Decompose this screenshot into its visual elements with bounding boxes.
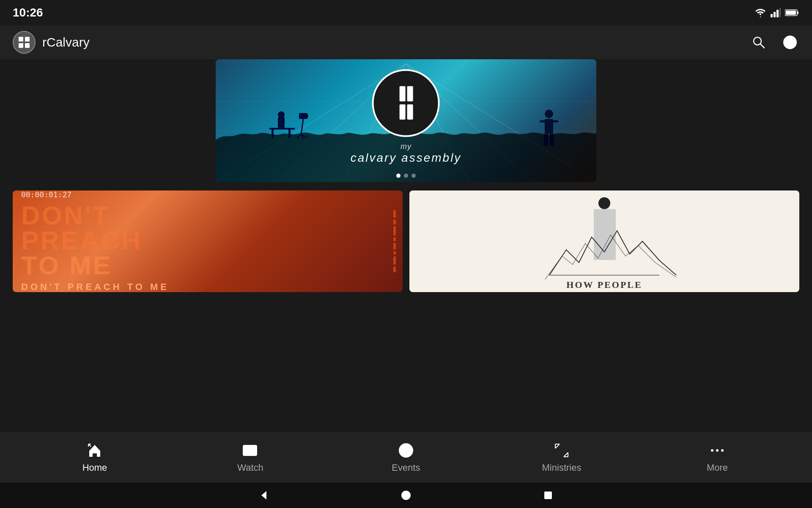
svg-rect-5 bbox=[797, 11, 798, 14]
svg-rect-40 bbox=[550, 134, 554, 146]
noise-bar-4 bbox=[393, 237, 396, 241]
noise-bar-5 bbox=[393, 243, 396, 250]
noise-bar-6 bbox=[393, 251, 396, 255]
app-bar-left: rCalvary bbox=[13, 31, 90, 54]
noise-bar-7 bbox=[393, 257, 396, 265]
hero-dot-2 bbox=[404, 174, 408, 178]
status-bar: 10:26 bbox=[0, 0, 812, 25]
svg-text:HOW PEOPLE: HOW PEOPLE bbox=[566, 279, 642, 290]
logo-icon bbox=[18, 36, 30, 49]
svg-rect-38 bbox=[552, 120, 558, 122]
svg-rect-37 bbox=[540, 120, 546, 122]
sermon-title-line1: DON'T bbox=[21, 203, 394, 228]
svg-line-12 bbox=[760, 44, 764, 48]
home-icon bbox=[85, 441, 104, 460]
svg-rect-46 bbox=[594, 209, 616, 260]
ministries-icon bbox=[552, 441, 571, 460]
nav-item-watch[interactable]: Watch bbox=[221, 441, 280, 473]
battery-icon bbox=[785, 9, 799, 17]
sermon-title-big: DON'T PREACH TO ME bbox=[21, 203, 394, 278]
wifi-icon bbox=[754, 8, 766, 17]
sermon-subtitle: DON'T PREACH TO ME bbox=[21, 282, 394, 292]
svg-point-35 bbox=[545, 110, 553, 118]
svg-rect-2 bbox=[776, 10, 779, 17]
nav-item-more[interactable]: More bbox=[688, 441, 747, 473]
howpeople-card[interactable]: HOW PEOPLE bbox=[409, 190, 799, 292]
main-content: my calvary assembly 00:00:01:27 DON'T PR… bbox=[0, 59, 812, 457]
musician-silhouette bbox=[532, 105, 566, 148]
svg-rect-0 bbox=[771, 14, 773, 17]
svg-rect-36 bbox=[545, 119, 553, 134]
noise-bars bbox=[393, 210, 396, 273]
signal-icon bbox=[771, 8, 781, 17]
svg-rect-26 bbox=[269, 128, 295, 130]
svg-rect-27 bbox=[272, 130, 274, 138]
events-label: Events bbox=[392, 462, 420, 473]
svg-rect-28 bbox=[288, 130, 291, 138]
hero-title-my: my bbox=[351, 142, 462, 151]
noise-bar-2 bbox=[393, 220, 396, 225]
noise-bar-3 bbox=[393, 226, 396, 236]
nav-item-events[interactable]: Events bbox=[376, 441, 436, 473]
home-button[interactable] bbox=[398, 488, 414, 503]
svg-rect-39 bbox=[544, 134, 548, 146]
more-label: More bbox=[707, 462, 728, 473]
nav-item-ministries[interactable]: Ministries bbox=[532, 441, 591, 473]
mountain-illustration: HOW PEOPLE bbox=[524, 190, 685, 292]
hero-title: my calvary assembly bbox=[351, 142, 462, 165]
hero-logo-wrap: my calvary assembly bbox=[351, 69, 462, 165]
profile-button[interactable] bbox=[781, 33, 799, 52]
svg-point-25 bbox=[278, 111, 285, 118]
more-icon bbox=[708, 441, 727, 460]
svg-rect-69 bbox=[544, 491, 552, 499]
svg-point-14 bbox=[788, 39, 792, 43]
app-title: rCalvary bbox=[42, 35, 90, 50]
sermon-timer: 00:00:01:27 bbox=[21, 190, 394, 199]
sermon-card[interactable]: 00:00:01:27 DON'T PREACH TO ME DON'T PRE… bbox=[13, 190, 403, 292]
hero-dots bbox=[396, 174, 416, 178]
svg-rect-8 bbox=[25, 37, 30, 41]
svg-point-64 bbox=[711, 449, 713, 452]
hero-banner[interactable]: my calvary assembly bbox=[216, 59, 596, 182]
nav-item-home[interactable]: Home bbox=[65, 441, 124, 473]
svg-rect-9 bbox=[19, 43, 23, 48]
hero-dot-3 bbox=[411, 174, 416, 178]
svg-point-68 bbox=[401, 491, 411, 500]
svg-rect-7 bbox=[19, 37, 23, 41]
svg-point-66 bbox=[721, 449, 724, 452]
svg-line-31 bbox=[301, 119, 303, 134]
app-bar-right bbox=[749, 33, 799, 52]
search-button[interactable] bbox=[749, 33, 768, 52]
svg-rect-24 bbox=[278, 117, 285, 128]
svg-line-32 bbox=[297, 134, 301, 138]
hero-logo-circle bbox=[372, 69, 440, 137]
events-icon bbox=[397, 441, 415, 460]
noise-bar-1 bbox=[393, 210, 396, 218]
bottom-nav: Home Watch Events bbox=[0, 432, 812, 483]
app-logo bbox=[13, 31, 36, 54]
hero-dot-1 bbox=[396, 174, 401, 178]
svg-point-45 bbox=[598, 197, 610, 209]
svg-rect-42 bbox=[407, 86, 413, 102]
hero-title-main: calvary assembly bbox=[351, 151, 462, 165]
svg-point-30 bbox=[305, 114, 308, 118]
card-grid: 00:00:01:27 DON'T PREACH TO ME DON'T PRE… bbox=[0, 182, 812, 292]
calvary-logo-icon bbox=[387, 84, 425, 122]
sermon-title-line3: TO ME bbox=[21, 253, 394, 278]
system-nav bbox=[0, 483, 812, 508]
sermon-card-overlay: 00:00:01:27 DON'T PREACH TO ME DON'T PRE… bbox=[13, 190, 403, 292]
app-bar: rCalvary bbox=[0, 25, 812, 59]
svg-line-58 bbox=[555, 444, 560, 448]
home-label: Home bbox=[82, 462, 107, 473]
watch-icon bbox=[241, 441, 260, 460]
svg-rect-1 bbox=[774, 12, 776, 17]
howpeople-content: HOW PEOPLE bbox=[409, 190, 799, 292]
svg-rect-41 bbox=[400, 86, 406, 102]
recents-button[interactable] bbox=[540, 488, 556, 503]
svg-line-61 bbox=[564, 453, 568, 457]
svg-point-65 bbox=[716, 449, 719, 452]
ministries-label: Ministries bbox=[542, 462, 582, 473]
watch-label: Watch bbox=[237, 462, 263, 473]
svg-rect-44 bbox=[407, 105, 413, 120]
back-button[interactable] bbox=[256, 488, 272, 503]
